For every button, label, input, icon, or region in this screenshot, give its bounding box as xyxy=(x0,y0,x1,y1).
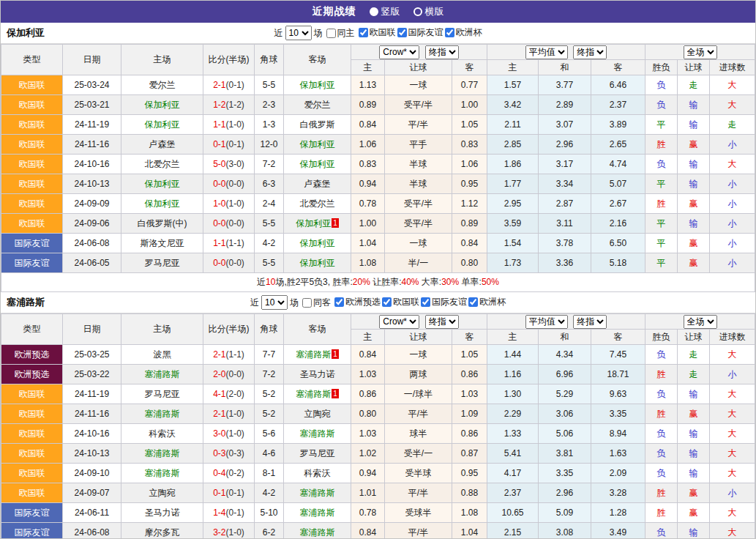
league-filter-checkbox[interactable]: 国际友谊 xyxy=(419,296,467,308)
home-team: 斯洛文尼亚 xyxy=(121,234,203,253)
fulltime-score: 0-0 xyxy=(213,258,225,268)
corner-score: 5-2 xyxy=(255,384,284,404)
team-label: 塞浦路斯 xyxy=(300,488,335,498)
match-count-select[interactable]: 10 xyxy=(285,26,312,40)
team-label: 保加利亚 xyxy=(300,80,335,90)
away-team: 保加利亚 xyxy=(284,253,351,273)
summary-segment: 场,胜2平5负3, 胜率: xyxy=(275,277,352,287)
match-score: 2-1(0-1) xyxy=(203,75,255,95)
result-handicap: 赢 xyxy=(678,483,710,503)
league-filter-checkbox[interactable]: 欧洲预选 xyxy=(333,296,381,308)
odds-home: 0.84 xyxy=(351,523,385,539)
league-checkbox-input[interactable] xyxy=(445,28,454,37)
match-row: 欧国联24-10-16北爱尔兰5-0(3-0)7-2保加利亚0.83半球1.06… xyxy=(1,155,755,174)
home-team: 塞浦路斯 xyxy=(121,365,203,384)
final-odds-select[interactable]: 终指 xyxy=(425,45,459,59)
avg-away: 3.28 xyxy=(591,483,645,503)
avg-draw: 3.78 xyxy=(539,234,591,253)
result-goals: 大 xyxy=(710,384,755,404)
bookmaker-select[interactable]: Crow* xyxy=(379,315,419,329)
league-filter-checkbox[interactable]: 欧洲杯 xyxy=(467,296,506,308)
home-team: 立陶宛 xyxy=(121,483,203,503)
fulltime-score: 5-0 xyxy=(213,159,225,169)
result-handicap: 输 xyxy=(678,523,710,539)
corner-score: 7-7 xyxy=(255,345,284,365)
avg-away: 6.50 xyxy=(591,234,645,253)
average-group: 平均值 终指 xyxy=(487,45,645,60)
avg-draw: 5.06 xyxy=(539,424,591,444)
odds-home: 0.78 xyxy=(351,194,385,214)
result-outcome: 平 xyxy=(645,214,678,234)
league-filter-checkbox[interactable]: 欧国联 xyxy=(381,296,419,308)
scope-select[interactable]: 全场 xyxy=(684,45,717,59)
league-checkbox-input[interactable] xyxy=(359,28,368,37)
corner-score: 4-2 xyxy=(255,483,284,503)
summary-segment: 50% xyxy=(482,277,499,287)
corner-score: 1-3 xyxy=(255,115,284,135)
col-avg-home: 主 xyxy=(487,60,539,75)
fulltime-score: 2-1 xyxy=(213,80,225,90)
match-score: 0-4(0-2) xyxy=(203,464,255,483)
radio-unselected-icon xyxy=(413,7,422,16)
red-card-badge: 1 xyxy=(332,349,339,359)
layout-horizontal-radio[interactable]: 横版 xyxy=(413,5,444,18)
match-row: 欧国联24-09-09保加利亚1-0(1-0)2-4北爱尔兰0.78受平/半1.… xyxy=(1,194,755,214)
result-outcome: 胜 xyxy=(645,135,678,155)
avg-home: 1.73 xyxy=(487,253,539,273)
result-goals: 小 xyxy=(710,234,755,253)
match-row: 欧国联24-11-16卢森堡0-1(0-1)12-0保加利亚1.06平手0.83… xyxy=(1,135,755,155)
league-checkbox-input[interactable] xyxy=(334,297,344,307)
team-label: 保加利亚 xyxy=(145,179,180,189)
avg-draw: 3.07 xyxy=(539,115,591,135)
league-filter-checkbox[interactable]: 国际友谊 xyxy=(396,26,444,39)
match-date: 24-06-08 xyxy=(63,523,121,539)
avg-home: 2.11 xyxy=(487,115,539,135)
col-odds-handicap: 让球 xyxy=(385,330,452,345)
league-checkbox-input[interactable] xyxy=(397,28,407,37)
league-filter-label: 欧国联 xyxy=(393,296,419,308)
match-date: 24-10-13 xyxy=(63,174,121,194)
result-handicap: 输 xyxy=(678,424,710,444)
league-filter-checkbox[interactable]: 欧国联 xyxy=(357,26,396,39)
final-odds-select[interactable]: 终指 xyxy=(425,315,459,329)
result-handicap: 赢 xyxy=(678,234,710,253)
odds-away: 0.77 xyxy=(452,75,487,95)
home-team: 塞浦路斯 xyxy=(121,404,203,424)
halftime-score: (2-0) xyxy=(226,389,244,399)
home-team: 保加利亚 xyxy=(121,115,203,135)
odds-away: 1.06 xyxy=(452,155,487,174)
average-select[interactable]: 平均值 xyxy=(525,315,568,329)
odds-handicap: 两球 xyxy=(385,365,452,384)
result-handicap: 赢 xyxy=(678,135,710,155)
league-checkbox-input[interactable] xyxy=(421,297,430,307)
away-team: 塞浦路斯1 xyxy=(284,384,351,404)
league-checkbox-input[interactable] xyxy=(468,297,478,307)
team-label: 罗马尼亚 xyxy=(145,258,180,268)
fulltime-score: 0-0 xyxy=(213,218,225,228)
away-team: 塞浦路斯 xyxy=(284,523,351,539)
odds-away: 1.12 xyxy=(452,194,487,214)
bookmaker-select[interactable]: Crow* xyxy=(379,45,419,59)
league-filter-checkbox[interactable]: 欧洲杯 xyxy=(444,26,482,39)
team-label: 塞浦路斯 xyxy=(296,389,331,399)
league-badge: 欧国联 xyxy=(1,483,63,503)
match-count-select[interactable]: 10 xyxy=(261,295,288,310)
same-venue-checkbox[interactable]: 同主 xyxy=(325,27,355,40)
result-handicap: 输 xyxy=(678,115,710,135)
league-checkbox-input[interactable] xyxy=(382,297,392,307)
avg-draw: 2.96 xyxy=(539,135,591,155)
final-odds-select-2[interactable]: 终指 xyxy=(573,315,607,329)
team-label: 立陶宛 xyxy=(149,488,176,498)
match-row: 国际友谊24-06-11圣马力诺1-4(0-1)5-10塞浦路斯0.78受球半1… xyxy=(1,503,755,523)
summary-segment: 大率: xyxy=(419,277,442,287)
odds-handicap: 平/半 xyxy=(385,523,452,539)
away-team: 保加利亚 xyxy=(284,135,351,155)
result-outcome: 平 xyxy=(645,234,678,253)
scope-select[interactable]: 全场 xyxy=(684,315,717,329)
team-label: 爱尔兰 xyxy=(149,80,176,90)
same-venue-checkbox[interactable]: 同客 xyxy=(301,297,331,309)
final-odds-select-2[interactable]: 终指 xyxy=(573,45,607,59)
games-label: 场 xyxy=(290,297,299,309)
average-select[interactable]: 平均值 xyxy=(525,45,568,59)
layout-vertical-radio[interactable]: 竖版 xyxy=(370,5,400,18)
